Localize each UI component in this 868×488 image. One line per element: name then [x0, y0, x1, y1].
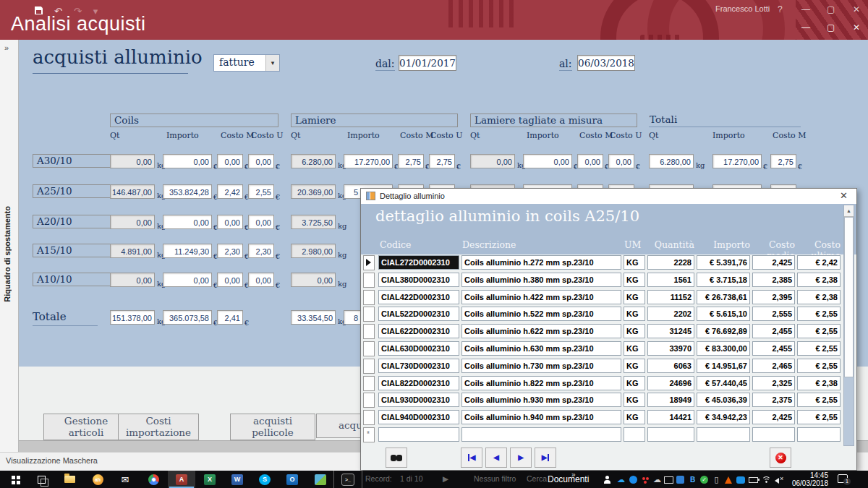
row-a10-10-coils-importo[interactable]: 0,00: [163, 273, 212, 287]
cell-r1-costo-ultimo[interactable]: € 2,42: [797, 255, 841, 270]
document-type-select[interactable]: fatture ▾: [213, 54, 280, 72]
chevron-down-icon[interactable]: ▾: [265, 55, 279, 71]
row-a10-10-coils-costo-u[interactable]: 0,00: [248, 273, 274, 287]
cell-r6-costo-medio[interactable]: 2,455: [752, 341, 795, 356]
battery-icon[interactable]: [749, 475, 758, 484]
cell-r5-um[interactable]: KG: [624, 324, 645, 338]
new-record-cell[interactable]: [647, 427, 694, 442]
row-a30-10-tagliate-costo-m[interactable]: 0,00: [577, 154, 603, 168]
cell-r1-importo[interactable]: € 5.391,76: [697, 255, 750, 270]
dialog-close-icon[interactable]: ✕: [840, 190, 848, 201]
cell-r6-um[interactable]: KG: [624, 341, 645, 356]
row-a30-10-lamiere-costo-m[interactable]: 2,75: [398, 154, 424, 168]
cell-r8-descrizione[interactable]: Coils alluminio h.822 mm sp.23/10: [461, 376, 621, 390]
row-a25-10-coils-costo-m[interactable]: 2,42: [217, 184, 243, 199]
form-button-acquisti-pellicole[interactable]: acquisti pellicole: [230, 414, 315, 440]
scrollbar-thumb[interactable]: [844, 217, 854, 377]
cell-r6-descrizione[interactable]: Coils alluminio h.630 mm sp.23/10: [461, 341, 621, 356]
previous-record-button[interactable]: ◀: [485, 448, 507, 468]
cell-r8-importo[interactable]: € 57.440,45: [697, 376, 750, 390]
next-record-button[interactable]: ▶: [510, 448, 532, 468]
skype-button[interactable]: S: [251, 471, 278, 488]
cell-r6-costo-ultimo[interactable]: € 2,55: [797, 341, 841, 356]
blue-app-tray-icon[interactable]: [629, 475, 638, 484]
cell-r10-importo[interactable]: € 34.942,23: [697, 410, 750, 424]
row-a25-10-coils-qt[interactable]: 146.487,00: [110, 184, 155, 199]
cell-r9-quantita[interactable]: 18949: [647, 393, 694, 407]
row-a15-10-coils-importo[interactable]: 11.249,30: [163, 244, 212, 258]
row-a15-10-coils-costo-m[interactable]: 2,30: [217, 244, 243, 258]
row-a10-10-coils-qt[interactable]: 0,00: [110, 273, 155, 287]
address-book-icon[interactable]: ▯: [712, 475, 721, 484]
cell-r2-costo-medio[interactable]: 2,385: [752, 273, 795, 287]
row-a30-10-tagliate-qt[interactable]: 0,00: [470, 154, 515, 168]
cell-r10-costo-ultimo[interactable]: € 2,55: [797, 410, 841, 424]
new-record-selector[interactable]: *: [363, 427, 375, 442]
record-selector[interactable]: [363, 307, 375, 322]
record-selector[interactable]: [363, 273, 375, 288]
new-record-cell[interactable]: [752, 427, 795, 442]
row-a30-10-coils-importo[interactable]: 0,00: [163, 154, 212, 168]
row-a30-10-lamiere-importo[interactable]: 17.270,00: [344, 154, 393, 168]
date-from-field[interactable]: 01/01/2017: [399, 55, 456, 71]
volume-muted-icon[interactable]: [775, 475, 784, 484]
record-selector[interactable]: [363, 255, 375, 270]
row-a15-10-lamiere-qt[interactable]: 2.980,00: [291, 244, 336, 258]
teamviewer-icon[interactable]: [736, 475, 745, 484]
row-a15-10-coils-qt[interactable]: 4.891,00: [110, 244, 155, 258]
cell-r1-codice[interactable]: CIAL272D0002310: [378, 255, 459, 270]
cell-r2-descrizione[interactable]: Coils alluminio h.380 mm sp.23/10: [461, 273, 621, 287]
minimize-icon[interactable]: —: [801, 22, 810, 33]
new-record-cell[interactable]: [461, 427, 621, 442]
cell-r4-costo-medio[interactable]: 2,555: [752, 307, 795, 321]
cell-r9-importo[interactable]: € 45.036,39: [697, 393, 750, 407]
row-a20-10-coils-importo[interactable]: 0,00: [163, 215, 212, 229]
cell-r5-costo-ultimo[interactable]: € 2,55: [797, 324, 841, 338]
cell-r10-um[interactable]: KG: [624, 410, 645, 424]
people-icon[interactable]: [603, 475, 612, 484]
cell-r9-costo-medio[interactable]: 2,375: [752, 393, 795, 407]
first-record-button[interactable]: ◀: [461, 448, 482, 468]
record-selector[interactable]: [363, 376, 375, 391]
expand-nav-pane-icon[interactable]: »: [4, 43, 9, 52]
row-a20-10-coils-costo-m[interactable]: 0,00: [217, 215, 243, 229]
cell-r5-codice[interactable]: CIAL622D0002310: [378, 324, 459, 338]
close-form-button[interactable]: ✕: [770, 448, 791, 468]
row-a10-10-lamiere-qt[interactable]: 0,00: [291, 273, 336, 287]
cell-r6-codice[interactable]: CIAL630D0002310: [378, 341, 459, 356]
dialog-titlebar[interactable]: Dettaglio alluminio ✕: [361, 189, 856, 204]
file-explorer-button[interactable]: [56, 471, 83, 488]
cell-r1-quantita[interactable]: 2228: [647, 255, 694, 270]
row-a10-10-coils-costo-m[interactable]: 0,00: [217, 273, 243, 287]
row-a30-10-coils-costo-u[interactable]: 0,00: [248, 154, 274, 168]
terminal-button[interactable]: >_: [334, 471, 362, 488]
row-a30-10-totali-costo-m[interactable]: 2,75: [770, 154, 796, 168]
record-selector[interactable]: [363, 341, 375, 356]
cell-r3-codice[interactable]: CIAL422D0002310: [378, 290, 459, 304]
vlc-cone-icon[interactable]: [723, 475, 733, 484]
row-a30-10-coils-qt[interactable]: 0,00: [110, 154, 155, 168]
cell-r3-importo[interactable]: € 26.738,61: [697, 290, 750, 304]
row-a30-10-totali-qt[interactable]: 6.280,00: [649, 154, 694, 168]
cell-r2-costo-ultimo[interactable]: € 2,38: [797, 273, 841, 287]
totale-coils-qt[interactable]: 151.378,00: [110, 310, 155, 325]
cell-r8-codice[interactable]: CIAL822D0002310: [378, 376, 459, 390]
cell-r4-um[interactable]: KG: [624, 307, 645, 321]
cell-r9-um[interactable]: KG: [624, 393, 645, 407]
record-selector[interactable]: [363, 410, 375, 425]
row-a30-10-tagliate-importo[interactable]: 0,00: [523, 154, 572, 168]
cell-r9-descrizione[interactable]: Coils alluminio h.930 mm sp.23/10: [461, 393, 621, 407]
row-a30-10-tagliate-costo-u[interactable]: 0,00: [608, 154, 634, 168]
access-button-active[interactable]: A: [168, 471, 195, 488]
custom-app-button[interactable]: ah: [84, 471, 111, 488]
new-record-cell[interactable]: [378, 427, 459, 442]
start-button[interactable]: [1, 471, 29, 488]
cell-r8-costo-ultimo[interactable]: € 2,38: [797, 376, 841, 390]
record-selector[interactable]: [363, 290, 375, 305]
cell-r1-um[interactable]: KG: [624, 255, 645, 270]
cell-r8-costo-medio[interactable]: 2,325: [752, 376, 795, 390]
cell-r9-codice[interactable]: CIAL930D0002310: [378, 393, 459, 407]
row-a25-10-lamiere-qt[interactable]: 20.369,00: [291, 184, 336, 199]
antivirus-icon[interactable]: ✓: [699, 475, 709, 484]
last-record-button[interactable]: ▶: [535, 448, 556, 468]
